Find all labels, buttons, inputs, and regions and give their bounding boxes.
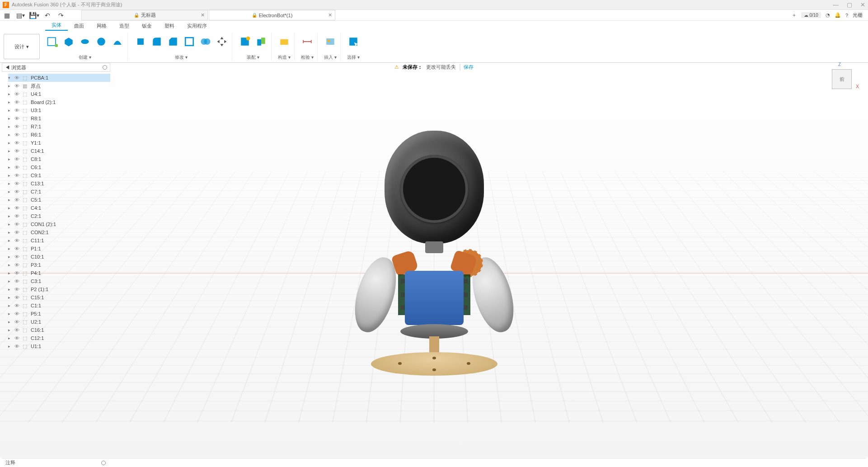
plane-icon[interactable] (277, 33, 291, 51)
visibility-icon[interactable]: 👁 (14, 278, 21, 284)
tree-row[interactable]: ▸👁⬚C14:1 (8, 147, 110, 155)
tree-row[interactable]: ▸👁⬚C7:1 (8, 188, 110, 196)
tree-row[interactable]: ▸👁⬚C10:1 (8, 253, 110, 261)
visibility-icon[interactable]: 👁 (14, 230, 21, 235)
visibility-icon[interactable]: 👁 (14, 75, 21, 80)
expand-icon[interactable]: ▸ (8, 246, 13, 251)
visibility-icon[interactable]: 👁 (14, 222, 21, 227)
expand-icon[interactable]: ▸ (8, 108, 13, 113)
expand-icon[interactable]: ▸ (8, 344, 13, 349)
tree-row[interactable]: ▸👁⬚C5:1 (8, 196, 110, 204)
expand-icon[interactable]: ▸ (8, 157, 13, 161)
expand-icon[interactable]: ▸ (8, 271, 13, 275)
expand-icon[interactable]: ▸ (8, 336, 13, 340)
expand-icon[interactable]: ▸ (8, 279, 13, 283)
joint-icon[interactable] (238, 33, 252, 51)
doc-tab-untitled[interactable]: 🔒 无标题 ✕ (81, 10, 208, 20)
redo-icon[interactable]: ↷ (54, 10, 68, 20)
tree-row[interactable]: ▸👁⬚P5:1 (8, 310, 110, 318)
tree-row[interactable]: ▸👁⬚CON2:1 (8, 228, 110, 236)
tree-row[interactable]: ▸👁⬚C3:1 (8, 277, 110, 285)
tree-row[interactable]: ▸👁⬚C9:1 (8, 171, 110, 179)
tree-row[interactable]: ▸👁⬚C13:1 (8, 179, 110, 188)
visibility-icon[interactable]: 👁 (14, 132, 21, 137)
tree-row[interactable]: ▸👁⬚C2:1 (8, 212, 110, 220)
ribbon-tab-solid[interactable]: 实体 (45, 20, 68, 31)
tree-row[interactable]: ▸👁⬚C15:1 (8, 293, 110, 302)
expand-icon[interactable]: ▸ (8, 165, 13, 170)
file-menu-icon[interactable]: ▤▾ (14, 10, 27, 20)
tree-row[interactable]: ▸👁⬚C11:1 (8, 236, 110, 245)
ribbon-tab-form[interactable]: 造型 (113, 21, 136, 31)
visibility-icon[interactable]: 👁 (14, 156, 21, 162)
expand-icon[interactable]: ▸ (8, 92, 13, 96)
expand-icon[interactable]: ▸ (8, 311, 13, 316)
sphere-icon[interactable] (94, 33, 108, 51)
extensions-label[interactable]: 光栅 (853, 12, 863, 19)
view-cube[interactable]: Z 前 X (829, 66, 854, 91)
visibility-icon[interactable]: 👁 (14, 108, 21, 113)
undo-icon[interactable]: ↶ (41, 10, 54, 20)
visibility-icon[interactable]: 👁 (14, 262, 21, 268)
doc-tab-electronbot[interactable]: 🔒 ElectronBot*(1) ✕ (209, 10, 335, 20)
tree-row[interactable]: ▸👁⬚P2 (1):1 (8, 285, 110, 293)
expand-icon[interactable]: ▸ (8, 230, 13, 235)
fillet-icon[interactable] (150, 33, 164, 51)
window-close[interactable]: ✕ (860, 1, 865, 8)
visibility-icon[interactable]: 👁 (14, 319, 21, 325)
expand-icon[interactable]: ▸ (8, 263, 13, 267)
visibility-icon[interactable]: 👁 (14, 83, 21, 89)
measure-icon[interactable] (300, 33, 314, 51)
tree-row[interactable]: ▸👁⬚U4:1 (8, 90, 110, 98)
as-built-joint-icon[interactable] (254, 33, 268, 51)
tree-row[interactable]: ▸👁⬚P3:1 (8, 261, 110, 269)
visibility-icon[interactable]: 👁 (14, 238, 21, 243)
visibility-icon[interactable]: 👁 (14, 327, 21, 333)
job-status-icon[interactable]: ◔ (826, 12, 830, 18)
save-link[interactable]: 保存 (460, 64, 474, 71)
extrude-icon[interactable] (61, 33, 76, 51)
comments-bar[interactable]: 注释 (2, 458, 866, 467)
visibility-icon[interactable]: 👁 (14, 303, 21, 308)
shell-icon[interactable] (182, 33, 197, 51)
expand-icon[interactable]: ▸ (8, 100, 13, 104)
expand-icon[interactable]: ▸ (8, 198, 13, 202)
tree-row[interactable]: ▸👁⬚C6:1 (8, 163, 110, 171)
expand-icon[interactable]: ▸ (8, 206, 13, 210)
chamfer-icon[interactable] (166, 33, 180, 51)
cloud-credits-badge[interactable]: ☁ 0/10 (801, 12, 821, 18)
ribbon-tab-mesh[interactable]: 网格 (90, 21, 113, 31)
expand-icon[interactable]: ▸ (8, 295, 13, 300)
tree-row[interactable]: ▸👁▥原点 (8, 82, 110, 90)
insert-icon[interactable] (323, 33, 338, 51)
tree-row[interactable]: ▸👁⬚C8:1 (8, 155, 110, 163)
visibility-icon[interactable]: 👁 (14, 148, 21, 154)
visibility-icon[interactable]: 👁 (14, 116, 21, 121)
ribbon-tab-surface[interactable]: 曲面 (68, 21, 90, 31)
visibility-icon[interactable]: 👁 (14, 295, 21, 300)
visibility-icon[interactable]: 👁 (14, 205, 21, 211)
view-cube-face[interactable]: 前 (832, 69, 852, 89)
expand-icon[interactable]: ▸ (8, 173, 13, 178)
ribbon-tab-sheet[interactable]: 钣金 (136, 21, 158, 31)
collapse-icon[interactable]: ▾ (8, 75, 13, 80)
visibility-icon[interactable]: 👁 (14, 254, 21, 259)
close-icon[interactable]: ✕ (201, 12, 205, 18)
tree-row[interactable]: ▸👁⬚P1:1 (8, 245, 110, 253)
expand-icon[interactable]: ▸ (8, 141, 13, 145)
save-icon[interactable]: 💾▾ (27, 10, 41, 20)
expand-icon[interactable]: ▸ (8, 189, 13, 194)
expand-icon[interactable]: ▸ (8, 124, 13, 129)
select-icon[interactable] (346, 33, 361, 51)
tree-row[interactable]: ▸👁⬚U1:1 (8, 342, 110, 350)
tree-row[interactable]: ▸👁⬚U2:1 (8, 318, 110, 326)
visibility-icon[interactable]: 👁 (14, 189, 21, 194)
tree-row[interactable]: ▸👁⬚CON1 (2):1 (8, 220, 110, 228)
expand-icon[interactable]: ▸ (8, 320, 13, 324)
press-pull-icon[interactable] (133, 33, 148, 51)
window-maximize[interactable]: ▢ (847, 1, 852, 8)
ribbon-tab-tools[interactable]: 实用程序 (181, 21, 213, 31)
notifications-icon[interactable]: 🔔 (835, 12, 841, 18)
visibility-icon[interactable]: 👁 (14, 181, 21, 186)
tree-row[interactable]: ▸👁⬚C4:1 (8, 204, 110, 212)
